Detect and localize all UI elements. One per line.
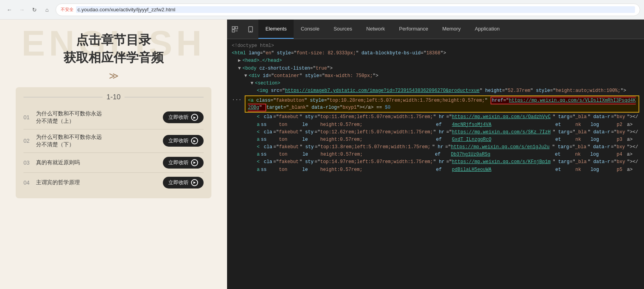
security-icon: 不安全 xyxy=(61,7,74,13)
devtools-toolbar: Elements Console Sources Network Perform… xyxy=(227,20,644,39)
play-icon: ▶ xyxy=(191,137,198,144)
code-line-a5: <a class="fakebutton" style="top:14.97re… xyxy=(232,158,639,173)
code-line-a4: <a class="fakebutton" style="top:13.8rem… xyxy=(232,144,639,158)
tab-elements[interactable]: Elements xyxy=(258,20,294,39)
chapter-range: 1-10 xyxy=(106,93,121,101)
play-icon: ▶ xyxy=(191,159,198,166)
url-text: c.youdao.com/xue/activity/ljyyyf_zzfw2.h… xyxy=(76,6,635,13)
chapter-list: 1-10 01 为什么可数和不可数你永远分不清楚（上） 立即收听 ▶ 02 为什… xyxy=(16,87,211,198)
chapter-num: 02 xyxy=(23,138,31,144)
listen-button-3[interactable]: 立即收听 ▶ xyxy=(163,157,204,169)
back-button[interactable]: ← xyxy=(4,4,15,15)
code-line-section[interactable]: ▼<section> xyxy=(232,80,639,87)
chapter-title: 主谓宾的哲学原理 xyxy=(36,179,158,187)
chevron-icon: ≫ xyxy=(16,70,211,81)
listen-label: 立即收听 xyxy=(168,159,189,166)
svg-rect-2 xyxy=(232,30,235,32)
inspect-icon[interactable] xyxy=(227,20,243,39)
code-line-head[interactable]: ▶<head>…</head> xyxy=(232,57,639,65)
list-item: 03 真的有就近原则吗 立即收听 ▶ xyxy=(23,153,204,173)
play-icon: ▶ xyxy=(191,179,198,186)
tab-network[interactable]: Network xyxy=(359,20,392,39)
webpage-title: 点击章节目录 获取相应伴学音频 xyxy=(16,31,211,66)
home-button[interactable]: ⌂ xyxy=(41,4,52,15)
webpage-content: 点击章节目录 获取相应伴学音频 ≫ 1-10 01 为什么可数和不可数你永远分不… xyxy=(0,20,227,210)
list-item: 01 为什么可数和不可数你永远分不清楚（上） 立即收听 ▶ xyxy=(23,106,204,129)
chapter-title: 真的有就近原则吗 xyxy=(36,159,158,167)
listen-button-2[interactable]: 立即收听 ▶ xyxy=(163,135,204,147)
devtools-panel: Elements Console Sources Network Perform… xyxy=(227,20,644,289)
title-line1: 点击章节目录 xyxy=(16,31,211,49)
chapter-header: 1-10 xyxy=(23,93,204,101)
listen-button-4[interactable]: 立即收听 ▶ xyxy=(163,177,204,188)
nav-buttons: ← → ↻ ⌂ xyxy=(4,4,52,15)
listen-label: 立即收听 xyxy=(168,179,189,186)
code-line-html: <html lang="en" style="font-size: 82.933… xyxy=(232,50,639,57)
tab-performance[interactable]: Performance xyxy=(392,20,435,39)
code-line-a2: <a class="fakebutton" style="top:11.45re… xyxy=(232,113,639,128)
webpage-panel: ENGLISH 点击章节目录 获取相应伴学音频 ≫ 1-10 01 为什么可数和… xyxy=(0,20,227,289)
devtools-code-area[interactable]: <!doctype html> <html lang="en" style="f… xyxy=(227,39,644,289)
code-line-a1-highlighted[interactable]: ··· <a class="fakebutton" style="top:10.… xyxy=(232,95,639,113)
devtools-tabs: Elements Console Sources Network Perform… xyxy=(258,20,644,39)
tab-memory[interactable]: Memory xyxy=(435,20,468,39)
listen-label: 立即收听 xyxy=(168,114,189,121)
code-line-a3: <a class="fakebutton" style="top:12.62re… xyxy=(232,129,639,144)
listen-button-1[interactable]: 立即收听 ▶ xyxy=(163,111,204,123)
svg-rect-1 xyxy=(235,27,238,29)
list-item: 04 主谓宾的哲学原理 立即收听 ▶ xyxy=(23,173,204,192)
main-area: ENGLISH 点击章节目录 获取相应伴学音频 ≫ 1-10 01 为什么可数和… xyxy=(0,20,644,289)
browser-chrome: ← → ↻ ⌂ 不安全 c.youdao.com/xue/activity/lj… xyxy=(0,0,644,20)
tab-application[interactable]: Application xyxy=(468,20,507,39)
chapter-num: 04 xyxy=(23,180,31,186)
ellipsis-button[interactable]: ··· xyxy=(232,95,242,104)
address-bar[interactable]: 不安全 c.youdao.com/xue/activity/ljyyyf_zzf… xyxy=(56,4,640,16)
reload-button[interactable]: ↻ xyxy=(29,4,40,15)
code-line-div-container[interactable]: ▼<div id="container" style="max-width: 7… xyxy=(232,72,639,80)
tab-console[interactable]: Console xyxy=(294,20,327,39)
chapter-num: 01 xyxy=(23,114,31,120)
title-line2: 获取相应伴学音频 xyxy=(16,49,211,66)
forward-button[interactable]: → xyxy=(16,4,27,15)
code-line-img: <img src="https://oimageb7.ydstatic.com/… xyxy=(232,87,639,95)
listen-label: 立即收听 xyxy=(168,137,189,144)
chapter-title: 为什么可数和不可数你永远分不清楚（上） xyxy=(36,110,158,125)
code-line-body[interactable]: ▼<body cz-shortcut-listen="true"> xyxy=(232,65,639,72)
chapter-num: 03 xyxy=(23,160,31,166)
chapter-title: 为什么可数和不可数你永远分不清楚（下） xyxy=(36,133,158,149)
list-item: 02 为什么可数和不可数你永远分不清楚（下） 立即收听 ▶ xyxy=(23,129,204,153)
svg-rect-0 xyxy=(232,27,235,29)
code-line-doctype: <!doctype html> xyxy=(232,42,639,50)
play-icon: ▶ xyxy=(191,114,198,121)
tab-sources[interactable]: Sources xyxy=(327,20,359,39)
mobile-icon[interactable] xyxy=(243,20,258,39)
